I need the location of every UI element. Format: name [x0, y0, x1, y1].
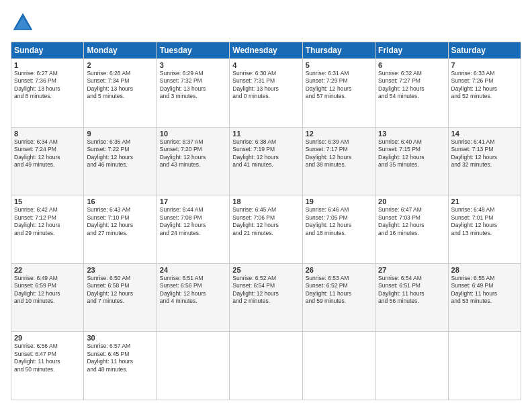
day-number: 22 — [14, 266, 81, 274]
day-info: Sunrise: 6:42 AMSunset: 7:12 PMDaylight:… — [14, 206, 81, 237]
day-number: 14 — [451, 130, 518, 138]
day-info: Sunrise: 6:37 AMSunset: 7:20 PMDaylight:… — [160, 138, 226, 169]
weekday-friday: Friday — [375, 42, 448, 59]
day-number: 9 — [87, 130, 153, 138]
day-number: 21 — [451, 197, 518, 205]
day-number: 29 — [14, 334, 81, 342]
calendar-cell: 23Sunrise: 6:50 AMSunset: 6:58 PMDayligh… — [84, 263, 157, 332]
day-number: 11 — [232, 130, 299, 138]
calendar-cell: 10Sunrise: 6:37 AMSunset: 7:20 PMDayligh… — [157, 127, 229, 195]
day-info: Sunrise: 6:41 AMSunset: 7:13 PMDaylight:… — [451, 138, 518, 169]
calendar-cell: 25Sunrise: 6:52 AMSunset: 6:54 PMDayligh… — [230, 263, 302, 332]
calendar-cell: 20Sunrise: 6:47 AMSunset: 7:03 PMDayligh… — [375, 195, 448, 264]
day-number: 15 — [14, 197, 81, 205]
day-info: Sunrise: 6:54 AMSunset: 6:51 PMDaylight:… — [378, 275, 445, 306]
day-number: 5 — [306, 61, 372, 69]
calendar-cell — [302, 332, 375, 400]
day-number: 3 — [160, 61, 226, 69]
calendar-cell: 26Sunrise: 6:53 AMSunset: 6:52 PMDayligh… — [302, 263, 375, 332]
calendar-cell: 17Sunrise: 6:44 AMSunset: 7:08 PMDayligh… — [157, 195, 229, 264]
week-row-3: 15Sunrise: 6:42 AMSunset: 7:12 PMDayligh… — [11, 195, 521, 264]
calendar-cell: 13Sunrise: 6:40 AMSunset: 7:15 PMDayligh… — [375, 127, 448, 195]
calendar-cell: 11Sunrise: 6:38 AMSunset: 7:19 PMDayligh… — [230, 127, 302, 195]
day-info: Sunrise: 6:29 AMSunset: 7:32 PMDaylight:… — [160, 70, 226, 101]
day-number: 2 — [87, 61, 153, 69]
day-info: Sunrise: 6:48 AMSunset: 7:01 PMDaylight:… — [451, 206, 518, 237]
weekday-tuesday: Tuesday — [157, 42, 229, 59]
day-number: 18 — [232, 197, 299, 205]
day-number: 12 — [306, 130, 372, 138]
calendar-cell: 9Sunrise: 6:35 AMSunset: 7:22 PMDaylight… — [84, 127, 157, 195]
calendar-cell: 21Sunrise: 6:48 AMSunset: 7:01 PMDayligh… — [448, 195, 521, 264]
day-info: Sunrise: 6:32 AMSunset: 7:27 PMDaylight:… — [378, 70, 445, 101]
calendar-cell — [375, 332, 448, 400]
logo-icon — [11, 11, 35, 35]
day-info: Sunrise: 6:31 AMSunset: 7:29 PMDaylight:… — [306, 70, 372, 101]
page: SundayMondayTuesdayWednesdayThursdayFrid… — [0, 0, 532, 411]
calendar-cell: 5Sunrise: 6:31 AMSunset: 7:29 PMDaylight… — [302, 59, 375, 128]
day-number: 1 — [14, 61, 81, 69]
day-info: Sunrise: 6:53 AMSunset: 6:52 PMDaylight:… — [306, 275, 372, 306]
day-info: Sunrise: 6:51 AMSunset: 6:56 PMDaylight:… — [160, 275, 226, 306]
calendar-cell: 1Sunrise: 6:27 AMSunset: 7:36 PMDaylight… — [11, 59, 84, 128]
day-info: Sunrise: 6:40 AMSunset: 7:15 PMDaylight:… — [378, 138, 445, 169]
day-info: Sunrise: 6:38 AMSunset: 7:19 PMDaylight:… — [232, 138, 299, 169]
day-number: 13 — [378, 130, 445, 138]
calendar-cell: 3Sunrise: 6:29 AMSunset: 7:32 PMDaylight… — [157, 59, 229, 128]
calendar-cell: 18Sunrise: 6:45 AMSunset: 7:06 PMDayligh… — [230, 195, 302, 264]
day-number: 20 — [378, 197, 445, 205]
calendar-cell: 2Sunrise: 6:28 AMSunset: 7:34 PMDaylight… — [84, 59, 157, 128]
logo — [11, 11, 38, 35]
day-number: 25 — [232, 266, 299, 274]
weekday-monday: Monday — [84, 42, 157, 59]
day-info: Sunrise: 6:57 AMSunset: 6:45 PMDaylight:… — [87, 342, 153, 373]
day-number: 6 — [378, 61, 445, 69]
day-number: 27 — [378, 266, 445, 274]
calendar-cell — [230, 332, 302, 400]
day-number: 4 — [232, 61, 299, 69]
day-info: Sunrise: 6:50 AMSunset: 6:58 PMDaylight:… — [87, 275, 153, 306]
day-number: 23 — [87, 266, 153, 274]
day-info: Sunrise: 6:34 AMSunset: 7:24 PMDaylight:… — [14, 138, 81, 169]
week-row-4: 22Sunrise: 6:49 AMSunset: 6:59 PMDayligh… — [11, 263, 521, 332]
calendar-cell: 6Sunrise: 6:32 AMSunset: 7:27 PMDaylight… — [375, 59, 448, 128]
week-row-5: 29Sunrise: 6:56 AMSunset: 6:47 PMDayligh… — [11, 332, 521, 400]
day-info: Sunrise: 6:44 AMSunset: 7:08 PMDaylight:… — [160, 206, 226, 237]
calendar-cell: 22Sunrise: 6:49 AMSunset: 6:59 PMDayligh… — [11, 263, 84, 332]
calendar-cell: 24Sunrise: 6:51 AMSunset: 6:56 PMDayligh… — [157, 263, 229, 332]
day-number: 17 — [160, 197, 226, 205]
day-info: Sunrise: 6:52 AMSunset: 6:54 PMDaylight:… — [232, 275, 299, 306]
calendar-cell: 16Sunrise: 6:43 AMSunset: 7:10 PMDayligh… — [84, 195, 157, 264]
day-info: Sunrise: 6:56 AMSunset: 6:47 PMDaylight:… — [14, 342, 81, 373]
day-number: 26 — [306, 266, 372, 274]
weekday-thursday: Thursday — [302, 42, 375, 59]
day-info: Sunrise: 6:49 AMSunset: 6:59 PMDaylight:… — [14, 275, 81, 306]
day-number: 8 — [14, 130, 81, 138]
weekday-wednesday: Wednesday — [230, 42, 302, 59]
weekday-sunday: Sunday — [11, 42, 84, 59]
day-info: Sunrise: 6:45 AMSunset: 7:06 PMDaylight:… — [232, 206, 299, 237]
calendar-body: 1Sunrise: 6:27 AMSunset: 7:36 PMDaylight… — [11, 59, 521, 400]
day-number: 7 — [451, 61, 518, 69]
calendar-cell — [157, 332, 229, 400]
calendar-cell: 28Sunrise: 6:55 AMSunset: 6:49 PMDayligh… — [448, 263, 521, 332]
calendar-cell: 14Sunrise: 6:41 AMSunset: 7:13 PMDayligh… — [448, 127, 521, 195]
calendar-cell: 4Sunrise: 6:30 AMSunset: 7:31 PMDaylight… — [230, 59, 302, 128]
day-number: 19 — [306, 197, 372, 205]
day-info: Sunrise: 6:47 AMSunset: 7:03 PMDaylight:… — [378, 206, 445, 237]
calendar-cell: 12Sunrise: 6:39 AMSunset: 7:17 PMDayligh… — [302, 127, 375, 195]
day-info: Sunrise: 6:33 AMSunset: 7:26 PMDaylight:… — [451, 70, 518, 101]
calendar-cell: 30Sunrise: 6:57 AMSunset: 6:45 PMDayligh… — [84, 332, 157, 400]
calendar-cell: 29Sunrise: 6:56 AMSunset: 6:47 PMDayligh… — [11, 332, 84, 400]
calendar-cell — [448, 332, 521, 400]
calendar-cell: 15Sunrise: 6:42 AMSunset: 7:12 PMDayligh… — [11, 195, 84, 264]
day-info: Sunrise: 6:28 AMSunset: 7:34 PMDaylight:… — [87, 70, 153, 101]
calendar-cell: 8Sunrise: 6:34 AMSunset: 7:24 PMDaylight… — [11, 127, 84, 195]
calendar-cell: 19Sunrise: 6:46 AMSunset: 7:05 PMDayligh… — [302, 195, 375, 264]
calendar-cell: 27Sunrise: 6:54 AMSunset: 6:51 PMDayligh… — [375, 263, 448, 332]
calendar-cell: 7Sunrise: 6:33 AMSunset: 7:26 PMDaylight… — [448, 59, 521, 128]
day-info: Sunrise: 6:46 AMSunset: 7:05 PMDaylight:… — [306, 206, 372, 237]
weekday-saturday: Saturday — [448, 42, 521, 59]
weekday-header-row: SundayMondayTuesdayWednesdayThursdayFrid… — [11, 42, 521, 59]
day-number: 28 — [451, 266, 518, 274]
